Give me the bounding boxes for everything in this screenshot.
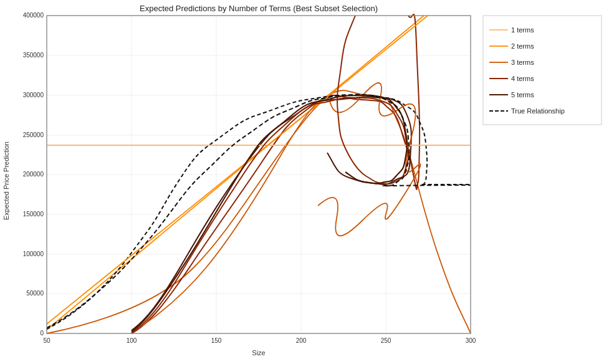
y-tick-400k: 400000	[23, 12, 44, 19]
legend-label-2-terms: 2 terms	[511, 42, 534, 50]
x-tick-250: 250	[381, 337, 391, 344]
y-tick-50k: 50000	[26, 290, 44, 297]
y-tick-250k: 250000	[23, 132, 44, 138]
chart-container: Expected Predictions by Number of Terms …	[0, 0, 609, 364]
legend-label-1-terms: 1 terms	[511, 26, 534, 34]
y-tick-0: 0	[40, 330, 44, 337]
x-axis-label: Size	[252, 349, 265, 357]
legend-label-4-terms: 4 terms	[511, 75, 534, 82]
y-tick-150k: 150000	[23, 211, 44, 218]
y-tick-100k: 100000	[23, 251, 44, 257]
legend-label-true: True Relationship	[511, 107, 565, 115]
y-tick-200k: 200000	[23, 171, 44, 178]
x-tick-50: 50	[43, 337, 50, 344]
y-tick-300k: 300000	[23, 92, 44, 98]
x-tick-300: 300	[466, 337, 476, 344]
legend-label-3-terms: 3 terms	[511, 59, 534, 66]
y-tick-350k: 350000	[23, 52, 44, 59]
legend-label-5-terms: 5 terms	[511, 91, 534, 98]
x-tick-100: 100	[127, 337, 137, 344]
x-tick-200: 200	[296, 337, 307, 344]
chart-title: Expected Predictions by Number of Terms …	[140, 4, 378, 13]
y-axis-label: Expected Price Prediction	[2, 141, 10, 220]
x-tick-150: 150	[211, 337, 222, 344]
